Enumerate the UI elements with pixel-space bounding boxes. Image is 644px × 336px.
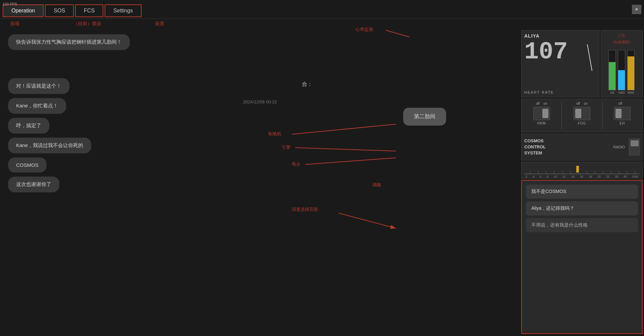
- toggle-fog[interactable]: [574, 107, 590, 120]
- fps-indicator: 120 FPS: [3, 2, 17, 6]
- toggle-eh-labels: off: [619, 102, 626, 105]
- bar-o2-track: [608, 50, 616, 90]
- choice-3[interactable]: Kane，你忙着点！: [8, 98, 66, 114]
- response-button[interactable]: 第二肋间: [403, 108, 446, 126]
- subheader-option: 选项: [10, 21, 19, 27]
- conversation-panel: 快告诉我张力性气胸应该把钢针插进第几肋间！ 对！应该就是这个！ Kane，你忙着…: [0, 29, 520, 335]
- choice-2[interactable]: 对！应该就是这个！: [8, 78, 69, 94]
- tab-operation[interactable]: Operation: [3, 4, 44, 17]
- choice-7[interactable]: 这次也谢谢你了: [8, 177, 59, 192]
- toggle-fog-name: FOG: [578, 122, 586, 125]
- reply-item-1[interactable]: 我不是COSMOS: [526, 185, 638, 199]
- bar-eng-label: ENG: [628, 91, 635, 94]
- subheader-setup: 设置: [155, 21, 164, 27]
- toggle-fog-thumb: [575, 109, 581, 118]
- freq-scale: [524, 164, 640, 174]
- choice-4[interactable]: 呼，搞定了: [8, 118, 49, 134]
- toggle-eh-group: off EH: [605, 102, 640, 129]
- bar-eng-fill: [628, 56, 634, 90]
- reply-item-2[interactable]: Aliya，还记得我吗？: [526, 201, 638, 215]
- bar-o2-label: O2: [610, 91, 614, 94]
- life-support-box: 三元 （生命维持） O2 H2O: [601, 30, 643, 97]
- heart-rate-section: ALIYA 107 HEART RATE 三元 （生命维持） O2: [521, 30, 643, 97]
- cosmos-system-text: COSMOS CONTROL SYSTEM: [524, 138, 546, 156]
- toggle-eh-thumb: [615, 109, 622, 118]
- center-label: 合：: [302, 81, 313, 88]
- toggle-hrm-group: off on HRM: [524, 102, 559, 129]
- bar-eng: ENG: [627, 46, 635, 94]
- bar-h2o: H2O: [618, 46, 625, 94]
- bar-eng-track: [627, 50, 635, 90]
- life-support-bars: O2 H2O ENG: [604, 46, 640, 94]
- heart-rate-title: ALIYA: [524, 33, 596, 39]
- divider-2: [602, 102, 602, 129]
- bar-h2o-track: [618, 50, 625, 90]
- reply-item-3[interactable]: 不用说，还有我是什么性格: [526, 218, 638, 232]
- radio-label: RADIO: [613, 145, 625, 149]
- controls-section: off on HRM off on FOG: [521, 99, 643, 132]
- bar-o2: O2: [608, 46, 616, 94]
- heart-rate-box: ALIYA 107 HEART RATE: [521, 30, 599, 97]
- heart-rate-value: 107: [524, 40, 596, 64]
- toggle-fog-group: off on FOG: [565, 102, 599, 129]
- subheader-current-stage: （目前）摆设: [73, 21, 101, 27]
- divider-1: [561, 102, 562, 129]
- toggle-hrm-thumb: [542, 109, 548, 118]
- life-support-title-1: 三元: [604, 33, 640, 38]
- close-button[interactable]: ✕: [632, 5, 641, 14]
- tab-fcs[interactable]: FCS: [75, 4, 103, 17]
- toggle-fog-labels: off on: [576, 102, 588, 105]
- heart-rate-label: HEART RATE: [524, 90, 596, 94]
- toggle-eh-name: EH: [620, 122, 625, 125]
- radio-toggle[interactable]: [629, 139, 640, 155]
- bar-h2o-fill: [618, 70, 625, 90]
- bar-h2o-label: H2O: [619, 91, 625, 94]
- toggle-hrm-labels: off on: [536, 102, 547, 105]
- toggle-hrm[interactable]: [533, 107, 550, 120]
- life-support-title-2: （生命维持）: [604, 40, 640, 45]
- sub-header: 选项 （目前）摆设 设置: [0, 19, 644, 29]
- choice-1[interactable]: 快告诉我张力性气胸应该把钢针插进第几肋间！: [8, 34, 130, 50]
- toggle-eh[interactable]: [614, 107, 631, 120]
- bar-o2-fill: [609, 62, 615, 90]
- tab-settings[interactable]: Settings: [105, 4, 142, 17]
- frequency-section: 2 4 6 8 10 12 14 16 18 20 25 30 40 GHz: [521, 162, 643, 179]
- tab-sos[interactable]: SOS: [45, 4, 74, 17]
- main-layout: 快告诉我张力性气胸应该把钢针插进第几肋间！ 对！应该就是这个！ Kane，你忙着…: [0, 29, 644, 335]
- radio-toggle-thumb: [631, 140, 639, 146]
- reply-panel: 我不是COSMOS Aliya，还记得我吗？ 不用说，还有我是什么性格: [521, 180, 643, 334]
- freq-numbers: 2 4 6 8 10 12 14 16 18 20 25 30 40 GHz: [524, 175, 640, 178]
- system-section: COSMOS CONTROL SYSTEM RADIO: [521, 134, 643, 160]
- right-panel: ALIYA 107 HEART RATE 三元 （生命维持） O2: [520, 29, 644, 335]
- choice-5[interactable]: Kane，我说过我不会让你死的: [8, 138, 91, 153]
- choice-6[interactable]: COSMOS: [8, 157, 47, 173]
- toggle-hrm-name: HRM: [537, 122, 546, 125]
- timestamp: 2024/12/06 00:22: [243, 99, 277, 104]
- top-nav-bar: Operation SOS FCS Settings ✕: [0, 0, 644, 19]
